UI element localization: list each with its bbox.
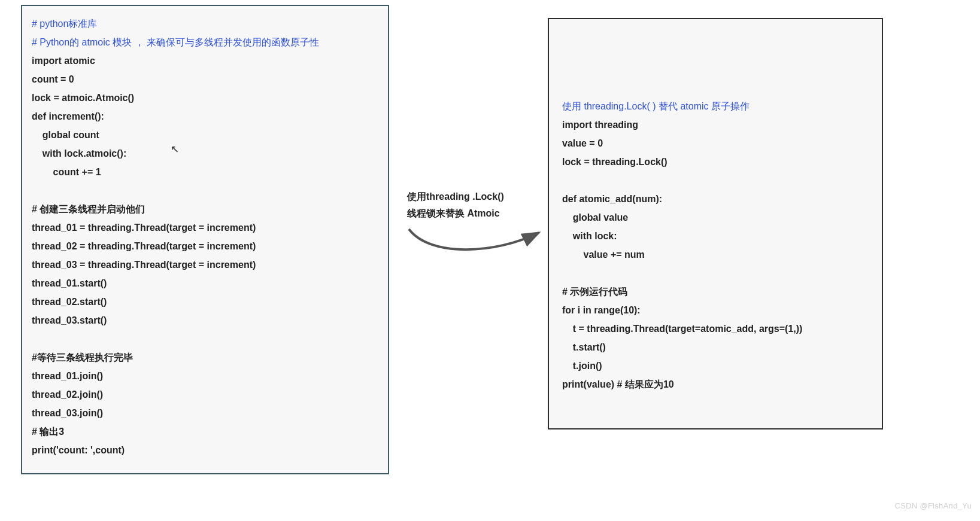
right-code-line: with lock:: [562, 227, 869, 245]
right-comment-1: 使用 threading.Lock( ) 替代 atomic 原子操作: [562, 97, 869, 115]
left-comment-4: #等待三条线程执行完毕: [32, 348, 378, 367]
right-code-line: print(value) # 结果应为10: [562, 375, 869, 394]
right-blank: [562, 171, 869, 190]
middle-caption: 使用threading .Lock() 线程锁来替换 Atmoic: [407, 188, 539, 222]
left-comment-5: # 输出3: [32, 422, 378, 441]
right-code-line: t.start(): [562, 338, 869, 357]
mid-line-2: 线程锁来替换 Atmoic: [407, 205, 539, 222]
left-code-line: thread_03.join(): [32, 404, 378, 422]
left-comment-2: # Python的 atmoic 模块 ， 来确保可与多线程并发使用的函数原子性: [32, 33, 378, 51]
left-code-line: count += 1: [32, 163, 378, 181]
left-code-line: with lock.atmoic():: [32, 144, 378, 163]
left-code-line: lock = atmoic.Atmoic(): [32, 89, 378, 107]
left-comment-3: # 创建三条线程并启动他们: [32, 200, 378, 218]
left-code-line: thread_02 = threading.Thread(target = in…: [32, 237, 378, 255]
watermark-text: CSDN @FishAnd_Yu: [894, 501, 972, 510]
right-code-line: t.join(): [562, 357, 869, 375]
right-code-line: def atomic_add(num):: [562, 190, 869, 208]
left-comment-1: # python标准库: [32, 14, 378, 33]
left-code-panel: # python标准库 # Python的 atmoic 模块 ， 来确保可与多…: [21, 5, 389, 474]
left-code-line: thread_02.start(): [32, 293, 378, 311]
right-code-line: import threading: [562, 115, 869, 134]
right-blank: [562, 264, 869, 282]
mid-line-1: 使用threading .Lock(): [407, 188, 539, 205]
left-code-line: thread_01.start(): [32, 274, 378, 293]
left-code-line: thread_02.join(): [32, 385, 378, 404]
left-code-line: thread_01.join(): [32, 367, 378, 385]
left-code-line: print('count: ',count): [32, 441, 378, 459]
left-code-line: thread_01 = threading.Thread(target = in…: [32, 218, 378, 237]
arrow-icon: [406, 224, 544, 260]
right-code-line: value += num: [562, 245, 869, 264]
left-code-line: def increment():: [32, 107, 378, 126]
left-code-line: count = 0: [32, 70, 378, 89]
right-code-line: t = threading.Thread(target=atomic_add, …: [562, 319, 869, 338]
right-code-line: value = 0: [562, 134, 869, 153]
right-comment-2: # 示例运行代码: [562, 282, 869, 301]
left-blank: [32, 330, 378, 348]
left-code-line: thread_03 = threading.Thread(target = in…: [32, 255, 378, 274]
left-code-line: thread_03.start(): [32, 311, 378, 330]
right-code-line: global value: [562, 208, 869, 227]
right-code-line: lock = threading.Lock(): [562, 153, 869, 171]
left-code-line: import atomic: [32, 51, 378, 70]
right-code-line: for i in range(10):: [562, 301, 869, 319]
left-code-line: global count: [32, 126, 378, 144]
right-code-panel: 使用 threading.Lock( ) 替代 atomic 原子操作 impo…: [548, 18, 883, 429]
stage: # python标准库 # Python的 atmoic 模块 ， 来确保可与多…: [0, 0, 980, 521]
left-blank: [32, 181, 378, 200]
